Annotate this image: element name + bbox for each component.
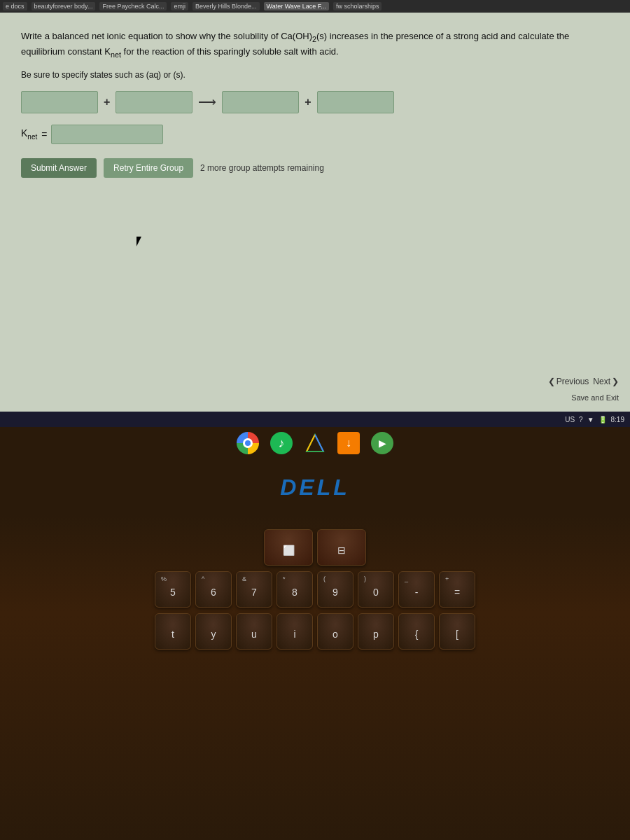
key-u[interactable]: u	[236, 613, 272, 650]
key-screen[interactable]: ⬜	[264, 529, 313, 566]
equation-input-1[interactable]	[21, 91, 98, 113]
spotify-icon[interactable]: ♪	[270, 432, 293, 454]
key-p[interactable]: p	[358, 613, 394, 650]
tab-scholarships[interactable]: fw scholarships	[333, 2, 382, 10]
tab-emji[interactable]: emji	[171, 2, 188, 10]
svg-marker-1	[307, 435, 323, 451]
dell-logo-area: DELL	[0, 459, 630, 515]
mouse-cursor	[136, 237, 146, 249]
tab-paycheck[interactable]: Free Paycheck Calc...	[99, 2, 167, 10]
equation-row: + ⟶ +	[21, 91, 609, 113]
attempts-text: 2 more group attempts remaining	[200, 163, 324, 173]
key-minus[interactable]: _ -	[398, 571, 435, 608]
status-bar: US ? ▼ 🔋 8:19	[0, 412, 630, 427]
key-8[interactable]: * 8	[276, 571, 313, 608]
arrow-sign: ⟶	[198, 94, 216, 110]
key-0[interactable]: ) 0	[358, 571, 394, 608]
chevron-right-icon: ❯	[612, 377, 619, 386]
tab-beauty[interactable]: beautyforever body...	[31, 2, 96, 10]
key-o[interactable]: o	[317, 613, 354, 650]
key-open-bracket[interactable]: [	[439, 613, 475, 650]
key-t[interactable]: t	[155, 613, 191, 650]
screen: Write a balanced net ionic equation to s…	[0, 13, 630, 412]
knet-input[interactable]	[51, 125, 163, 144]
play-icon[interactable]: ▶	[371, 432, 393, 454]
webpage-content: Write a balanced net ionic equation to s…	[0, 13, 630, 412]
question-icon: ?	[579, 416, 583, 424]
key-5[interactable]: % 5	[155, 571, 191, 608]
chevron-left-icon: ❮	[548, 377, 555, 386]
tab-docs[interactable]: e docs	[3, 2, 27, 10]
key-open-brace[interactable]: {	[398, 613, 435, 650]
download-icon[interactable]: ↓	[337, 432, 360, 454]
save-exit-button[interactable]: Save and Exit	[571, 393, 619, 402]
taskbar: ♪ ↓ ▶	[0, 427, 630, 459]
browser-tabbar: e docs beautyforever body... Free Payche…	[0, 0, 630, 13]
tab-beverly[interactable]: Beverly Hills Blonde...	[192, 2, 260, 10]
next-button[interactable]: Next ❯	[593, 377, 619, 386]
clock: 8:19	[611, 416, 624, 424]
knet-equals: =	[41, 129, 47, 140]
plus-sign-2: +	[304, 96, 311, 108]
knet-row: Knet =	[21, 125, 609, 144]
key-9[interactable]: ( 9	[317, 571, 354, 608]
states-instruction: Be sure to specify states such as (aq) o…	[21, 70, 609, 80]
keyboard-row-numbers: % 5 ^ 6 & 7 * 8 ( 9 ) 0 _ - + =	[155, 571, 475, 608]
chrome-icon[interactable]	[237, 432, 259, 454]
keyboard-area: ⬜ ⊟ % 5 ^ 6 & 7 * 8 ( 9 ) 0	[0, 515, 630, 840]
retry-group-button[interactable]: Retry Entire Group	[104, 158, 193, 178]
key-i[interactable]: i	[276, 613, 313, 650]
tab-waterwave[interactable]: Water Wave Lace F...	[264, 2, 329, 10]
equation-input-4[interactable]	[317, 91, 394, 113]
submit-answer-button[interactable]: Submit Answer	[21, 158, 97, 178]
region-indicator: US	[565, 416, 575, 424]
knet-label: Knet	[21, 127, 37, 141]
equation-input-3[interactable]	[222, 91, 299, 113]
nav-row: ❮ Previous Next ❯	[548, 377, 619, 386]
question-text: Write a balanced net ionic equation to s…	[21, 29, 609, 60]
previous-button[interactable]: ❮ Previous	[548, 377, 589, 386]
keyboard-row-tuiop: t y u i o p { [	[155, 613, 475, 650]
buttons-row: Submit Answer Retry Entire Group 2 more …	[21, 158, 609, 178]
battery-icon: 🔋	[598, 416, 607, 424]
key-multiwindow[interactable]: ⊟	[317, 529, 366, 566]
key-y[interactable]: y	[195, 613, 232, 650]
key-6[interactable]: ^ 6	[195, 571, 232, 608]
dell-logo: DELL	[280, 475, 350, 500]
equation-input-2[interactable]	[115, 91, 192, 113]
keyboard-row-function: ⬜ ⊟	[264, 529, 366, 566]
google-drive-icon[interactable]	[304, 432, 326, 454]
key-equals[interactable]: + =	[439, 571, 475, 608]
wifi-icon: ▼	[587, 416, 594, 424]
key-7[interactable]: & 7	[236, 571, 272, 608]
plus-sign-1: +	[104, 96, 110, 108]
